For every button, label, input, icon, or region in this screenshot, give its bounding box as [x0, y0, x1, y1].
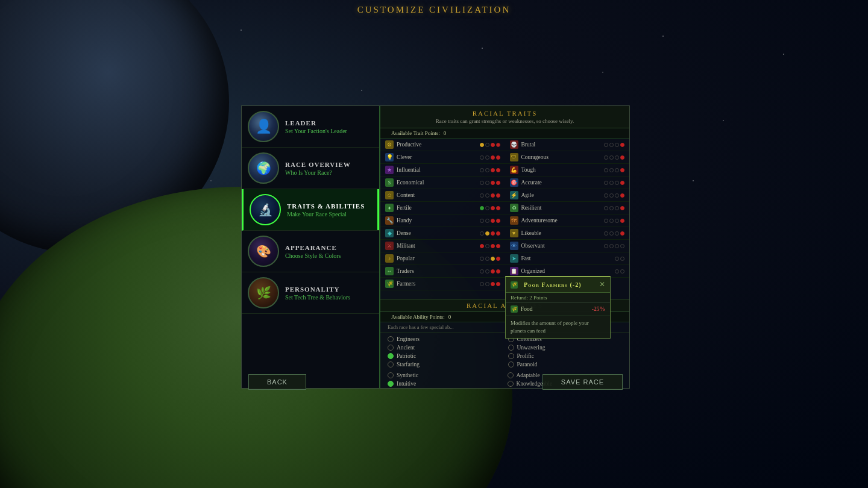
trait-brutal-icon: 💀	[510, 140, 518, 149]
trait-fertile-icon: ♦	[385, 204, 394, 212]
dot	[615, 231, 619, 236]
sidebar-item-personality[interactable]: 🌿 Personality Set Tech Tree & Behaviors	[242, 272, 379, 314]
traits-left-column: ⚙ Productive 💡 Clever	[380, 139, 505, 299]
trait-fast-name: Fast	[521, 255, 615, 261]
avatar-leader: 👤	[248, 111, 279, 142]
dot	[615, 168, 619, 172]
dot	[609, 168, 614, 172]
ability-unwavering-label: Unwavering	[517, 345, 546, 351]
trait-traders[interactable]: ↔ Traders	[380, 265, 505, 278]
trait-adventuresome-name: Adventuresome	[521, 217, 605, 224]
dot	[485, 143, 489, 147]
trait-dense[interactable]: ◆ Dense	[380, 227, 505, 240]
trait-fertile[interactable]: ♦ Fertile	[380, 202, 505, 214]
radio-patriotic[interactable]	[388, 353, 394, 359]
ability-paranoid[interactable]: Paranoid	[506, 360, 625, 369]
dot	[491, 219, 495, 223]
trait-tough[interactable]: 💪 Tough	[505, 164, 630, 177]
dot	[609, 219, 614, 223]
dot	[480, 231, 484, 236]
trait-fast-dots	[615, 257, 624, 261]
ability-ancient-label: Ancient	[397, 345, 415, 351]
trait-economical[interactable]: $ Economical	[380, 177, 505, 189]
dot	[615, 181, 619, 185]
trait-productive-icon: ⚙	[385, 140, 394, 149]
trait-productive[interactable]: ⚙ Productive	[380, 139, 505, 151]
ability-points-value: 0	[448, 314, 451, 320]
trait-organized-icon: 📋	[510, 267, 518, 275]
trait-organized-name: Organized	[521, 268, 615, 274]
ability-ancient[interactable]: Ancient	[385, 343, 505, 352]
dot	[609, 206, 614, 210]
trait-agile-name: Agile	[521, 192, 605, 198]
trait-fast[interactable]: ➤ Fast	[505, 252, 630, 265]
trait-resilient[interactable]: ♻ Resilient	[505, 202, 630, 214]
trait-clever[interactable]: 💡 Clever	[380, 151, 505, 164]
dot	[485, 231, 489, 236]
ability-patriotic[interactable]: Patriotic	[385, 352, 505, 360]
dot	[496, 231, 500, 236]
trait-content[interactable]: ☺ Content	[380, 189, 505, 202]
trait-likeable[interactable]: ♥ Likeable	[505, 227, 630, 240]
sidebar-item-leader[interactable]: 👤 Leader Set Your Faction's Leader	[242, 106, 379, 148]
trait-accurate-dots	[604, 181, 624, 185]
radio-paranoid[interactable]	[508, 361, 514, 368]
radio-starfaring[interactable]	[388, 361, 394, 368]
trait-influential-dots	[480, 168, 500, 172]
trait-popular[interactable]: ♪ Popular	[380, 252, 505, 265]
dot	[609, 193, 614, 198]
dot	[485, 206, 489, 210]
trait-handy-name: Handy	[397, 217, 480, 224]
trait-adventuresome[interactable]: 🗺 Adventuresome	[505, 214, 630, 227]
tooltip-stat-icon: 🌾	[511, 305, 518, 313]
radio-engineers[interactable]	[388, 336, 394, 342]
trait-influential[interactable]: ★ Influential	[380, 164, 505, 177]
radio-unwavering[interactable]	[508, 345, 514, 351]
trait-militant[interactable]: ⚔ Militant	[380, 240, 505, 252]
dot	[491, 206, 495, 210]
ability-starfaring[interactable]: Starfaring	[385, 360, 505, 369]
trait-clever-dots	[480, 155, 500, 160]
dot	[491, 282, 495, 286]
dot	[491, 181, 495, 185]
dot	[615, 257, 619, 261]
tooltip-title: Poor Farmers (-2)	[524, 281, 582, 288]
sidebar-traits-title: Traits & Abilities	[287, 202, 373, 210]
trait-organized-dots	[615, 269, 624, 274]
ability-prolific[interactable]: Prolific	[506, 352, 625, 360]
trait-accurate[interactable]: 🎯 Accurate	[505, 177, 630, 189]
dot	[620, 155, 624, 160]
save-race-button[interactable]: Save Race	[542, 374, 623, 390]
trait-brutal[interactable]: 💀 Brutal	[505, 139, 630, 151]
trait-handy[interactable]: 🔧 Handy	[380, 214, 505, 227]
bottom-buttons: Back Save Race	[241, 369, 630, 395]
trait-clever-name: Clever	[397, 154, 480, 160]
trait-observant[interactable]: 👁 Observant	[505, 240, 630, 252]
trait-agile-dots	[604, 193, 624, 198]
trait-fertile-name: Fertile	[397, 205, 480, 211]
dot	[615, 244, 619, 248]
trait-traders-name: Traders	[397, 268, 480, 274]
trait-adventuresome-icon: 🗺	[510, 216, 518, 225]
sidebar-traits-subtitle: Make Your Race Special	[287, 211, 373, 217]
tooltip-close-button[interactable]: ✕	[599, 280, 605, 289]
ability-unwavering[interactable]: Unwavering	[506, 343, 625, 352]
trait-tough-name: Tough	[521, 167, 605, 173]
trait-adventuresome-dots	[604, 219, 624, 223]
ability-starfaring-label: Starfaring	[397, 361, 420, 368]
sidebar-item-appearance[interactable]: 🎨 Appearance Choose Style & Colors	[242, 231, 379, 272]
radio-ancient[interactable]	[388, 345, 394, 351]
sidebar-item-race-overview[interactable]: 🌍 Race Overview Who Is Your Race?	[242, 148, 379, 189]
trait-agile[interactable]: ⚡ Agile	[505, 189, 630, 202]
trait-courageous[interactable]: 🛡 Courageous	[505, 151, 630, 164]
avatar-personality: 🌿	[248, 277, 279, 308]
sidebar: 👤 Leader Set Your Faction's Leader 🌍 Rac…	[242, 106, 380, 388]
back-button[interactable]: Back	[248, 374, 306, 390]
sidebar-item-traits[interactable]: 🔬 Traits & Abilities Make Your Race Spec…	[242, 189, 379, 231]
ability-paranoid-label: Paranoid	[517, 361, 538, 368]
radio-prolific[interactable]	[508, 353, 514, 359]
trait-farmers[interactable]: 🌾 Farmers	[380, 278, 505, 290]
ability-engineers[interactable]: Engineers	[385, 335, 505, 343]
dot	[620, 168, 624, 172]
ability-prolific-label: Prolific	[517, 353, 535, 359]
